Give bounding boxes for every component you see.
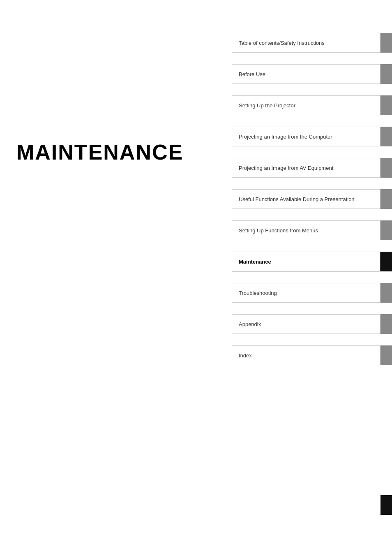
nav-tab-setup-functions bbox=[380, 220, 392, 240]
page-title: MAINTENANCE bbox=[16, 140, 183, 164]
nav-tab-setup-projector bbox=[380, 95, 392, 115]
nav-tab-appendix bbox=[380, 314, 392, 334]
nav-item-index[interactable]: Index bbox=[232, 345, 392, 365]
nav-panel: Table of contents/Safety Instructions Be… bbox=[232, 33, 392, 377]
nav-item-projecting-av-label[interactable]: Projecting an Image from AV Equipment bbox=[232, 158, 380, 178]
nav-item-before-use[interactable]: Before Use bbox=[232, 64, 392, 84]
bottom-accent-tab bbox=[380, 495, 392, 515]
nav-item-setup-projector[interactable]: Setting Up the Projector bbox=[232, 95, 392, 115]
nav-tab-toc bbox=[380, 33, 392, 53]
nav-item-setup-functions-label[interactable]: Setting Up Functions from Menus bbox=[232, 220, 380, 240]
nav-item-maintenance-label[interactable]: Maintenance bbox=[232, 252, 380, 271]
nav-item-index-label[interactable]: Index bbox=[232, 345, 380, 365]
page-container: MAINTENANCE Table of contents/Safety Ins… bbox=[0, 0, 392, 556]
nav-item-useful-functions[interactable]: Useful Functions Available During a Pres… bbox=[232, 189, 392, 209]
nav-item-useful-functions-label[interactable]: Useful Functions Available During a Pres… bbox=[232, 189, 380, 209]
nav-item-maintenance[interactable]: Maintenance bbox=[232, 252, 392, 271]
nav-item-troubleshooting[interactable]: Troubleshooting bbox=[232, 283, 392, 303]
nav-tab-projecting-computer bbox=[380, 127, 392, 146]
nav-tab-useful-functions bbox=[380, 189, 392, 209]
nav-item-appendix-label[interactable]: Appendix bbox=[232, 314, 380, 334]
nav-item-before-use-label[interactable]: Before Use bbox=[232, 64, 380, 84]
nav-item-setup-projector-label[interactable]: Setting Up the Projector bbox=[232, 95, 380, 115]
nav-tab-before-use bbox=[380, 64, 392, 84]
nav-item-projecting-computer-label[interactable]: Projecting an Image from the Computer bbox=[232, 127, 380, 146]
nav-tab-maintenance bbox=[380, 252, 392, 271]
nav-item-appendix[interactable]: Appendix bbox=[232, 314, 392, 334]
nav-tab-projecting-av bbox=[380, 158, 392, 178]
nav-item-projecting-computer[interactable]: Projecting an Image from the Computer bbox=[232, 127, 392, 146]
nav-tab-index bbox=[380, 345, 392, 365]
nav-item-setup-functions[interactable]: Setting Up Functions from Menus bbox=[232, 220, 392, 240]
nav-tab-troubleshooting bbox=[380, 283, 392, 303]
nav-item-toc-label[interactable]: Table of contents/Safety Instructions bbox=[232, 33, 380, 53]
nav-item-projecting-av[interactable]: Projecting an Image from AV Equipment bbox=[232, 158, 392, 178]
nav-item-toc[interactable]: Table of contents/Safety Instructions bbox=[232, 33, 392, 53]
nav-item-troubleshooting-label[interactable]: Troubleshooting bbox=[232, 283, 380, 303]
